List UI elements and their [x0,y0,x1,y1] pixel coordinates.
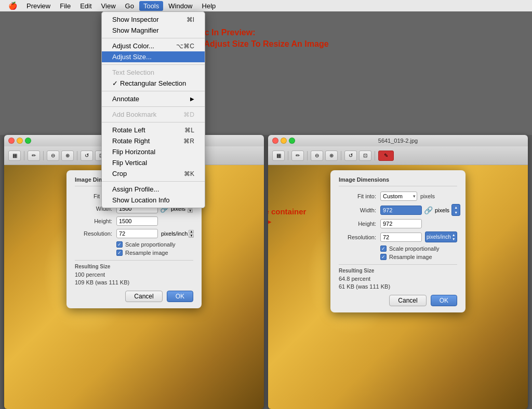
toolbar-zoom-in-2[interactable]: ⊕ [325,151,338,161]
menu-rectangular-selection[interactable]: ✓Rectangular Selection [102,78,205,89]
height-label-2: Height: [339,221,380,227]
width-up-2[interactable]: ▲ [453,205,459,210]
res-down-1[interactable]: ▼ [189,234,194,238]
menubar-edit[interactable]: Edit [76,1,96,11]
annotation-resize: Resize Images to 1.5x the container [268,207,330,217]
menubar-tools[interactable]: Tools [139,1,163,11]
toolbar-sep-2d [375,151,375,160]
scale-checkbox-1[interactable]: ✓ [116,241,123,248]
toolbar-markup-btn-2[interactable]: ✎ [378,151,394,161]
toolbar-zoom-in[interactable]: ⊕ [61,151,74,161]
resample-checkbox-2[interactable]: ✓ [380,254,387,260]
resolution-input-2[interactable] [380,233,422,242]
scale-checkbox-2[interactable]: ✓ [380,246,387,252]
fit-select-2[interactable]: Custom ▾ [380,192,417,201]
height-input-1[interactable] [116,216,158,226]
dialog-title-2: Image Dimensions [339,176,457,186]
cancel-button-2[interactable]: Cancel [389,295,426,306]
menu-show-inspector[interactable]: Show Inspector ⌘I [102,14,205,25]
close-btn-1[interactable] [8,138,15,144]
toolbar-sidebar-btn[interactable]: ▦ [8,151,21,161]
menubar-go[interactable]: Go [121,1,138,11]
width-input-2[interactable] [380,206,422,215]
width-stepper-2[interactable]: ▲ ▼ [451,204,460,216]
toolbar-zoom-out[interactable]: ⊖ [47,151,59,161]
preview-window-2: 5641_019-2.jpg ▦ ✏ ⊖ ⊕ ↺ ⊡ ✎ Resize Imag… [268,135,528,409]
toolbar-crop-2[interactable]: ⊡ [359,151,371,161]
window-content-2: Resize Images to 1.5x the container Imag… [268,165,528,409]
cancel-button-1[interactable]: Cancel [125,291,162,302]
resolution-label-1: Resolution: [75,230,116,237]
separator-2 [102,64,205,65]
resample-row-1: ✓ Resample image [116,250,193,256]
menubar-file[interactable]: File [56,1,75,11]
width-down-2[interactable]: ▼ [453,210,459,215]
menu-flip-vertical[interactable]: Flip Vertical [102,157,205,168]
menubar-window[interactable]: Window [164,1,196,11]
menu-adjust-size[interactable]: Adjust Size... [102,51,205,62]
ok-button-2[interactable]: OK [431,295,457,306]
resolution-stepper-2[interactable]: ▲ ▼ [452,233,456,241]
minimize-btn-1[interactable] [17,138,23,144]
percent-text-1: 100 percent [75,271,193,278]
toolbar-sep-2 [43,151,44,160]
link-icon-2: 🔗 [424,206,433,214]
fit-label-2: Fit into: [339,193,380,199]
shortcut-color: ⌥⌘C [176,43,194,50]
maximize-btn-1[interactable] [25,138,31,144]
dialog-buttons-2: Cancel OK [339,295,457,306]
menubar-preview[interactable]: Preview [22,1,55,11]
toolbar-rotate[interactable]: ↺ [81,151,93,161]
arrow-to-width-2 [268,217,273,227]
res-up-1[interactable]: ▲ [189,230,194,234]
apple-menu[interactable]: 🍎 [4,2,21,10]
res-down-2[interactable]: ▼ [452,237,456,241]
menu-adjust-color[interactable]: Adjust Color... ⌥⌘C [102,40,205,51]
resolution-input-1[interactable] [116,229,158,238]
menu-crop[interactable]: Crop ⌘K [102,168,205,179]
res-up-2[interactable]: ▲ [452,233,456,237]
ok-button-1[interactable]: OK [167,291,193,302]
menu-flip-horizontal[interactable]: Flip Horizontal [102,146,205,157]
menu-rotate-left[interactable]: Rotate Left ⌘L [102,125,205,135]
menu-show-magnifier[interactable]: Show Magnifier [102,25,205,36]
menu-add-bookmark: Add Bookmark ⌘D [102,109,205,120]
window-title-2: 5641_019-2.jpg [378,138,418,144]
height-label-1: Height: [75,218,116,224]
menu-rotate-right[interactable]: Rotate Right ⌘R [102,135,205,146]
toolbar-sep-3 [77,151,77,160]
menu-show-location[interactable]: Show Location Info [102,195,205,206]
toolbar-sidebar-btn-2[interactable]: ▦ [272,151,285,161]
fit-row-2: Fit into: Custom ▾ pixels [339,192,457,201]
resolution-stepper-1[interactable]: ▲ ▼ [189,230,194,238]
menubar-view[interactable]: View [97,1,120,11]
resample-checkbox-1[interactable]: ✓ [116,250,123,256]
width-row-2: Width: 🔗 pixels ▲ ▼ [339,204,457,216]
toolbar-rotate-2[interactable]: ↺ [344,151,357,161]
close-btn-2[interactable] [272,138,278,144]
scale-proportionally-row-1: ✓ Scale proportionally [116,241,193,248]
menu-assign-profile[interactable]: Assign Profile... [102,184,205,195]
menubar: 🍎 Preview File Edit View Go Tools Window… [0,0,532,11]
menubar-help[interactable]: Help [198,1,220,11]
resample-label-1: Resample image [125,250,168,256]
toolbar-2: ▦ ✏ ⊖ ⊕ ↺ ⊡ ✎ [268,146,528,165]
toolbar-pen-btn[interactable]: ✏ [28,151,40,161]
minimize-btn-2[interactable] [281,138,287,144]
toolbar-sep-2c [341,151,341,160]
image-dimensions-dialog-2: Image Dimensions Fit into: Custom ▾ pixe… [330,170,466,312]
width-label-2: Width: [339,207,380,213]
scale-proportionally-row-2: ✓ Scale proportionally [380,246,457,252]
resolution-unit-wrapper-2: pixels/inch ▲ ▼ [425,231,457,242]
resample-label-2: Resample image [389,254,432,260]
toolbar-pen-btn-2[interactable]: ✏ [291,151,304,161]
toolbar-zoom-out-2[interactable]: ⊖ [311,151,323,161]
height-input-2[interactable] [380,219,422,228]
resolution-label-2: Resolution: [339,234,380,240]
menu-annotate[interactable]: Annotate ▶ [102,93,205,104]
maximize-btn-2[interactable] [289,138,295,144]
menu-text-selection: Text Selection [102,67,205,78]
width-down-1[interactable]: ▼ [188,209,193,213]
dialog-overlay-2: Image Dimensions Fit into: Custom ▾ pixe… [268,165,528,409]
scale-label-2: Scale proportionally [389,246,440,252]
